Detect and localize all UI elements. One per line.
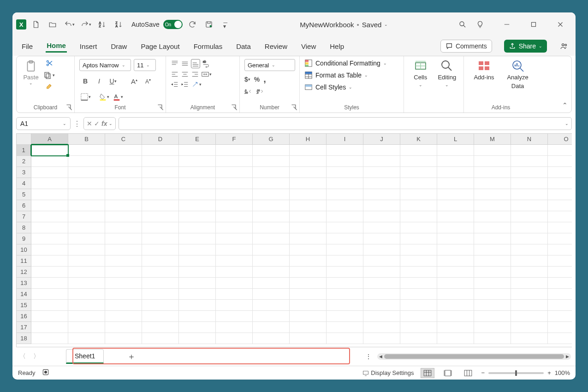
column-header[interactable]: C bbox=[105, 134, 142, 145]
cell[interactable] bbox=[68, 222, 105, 233]
row-header[interactable]: 11 bbox=[17, 255, 31, 267]
save-icon[interactable] bbox=[202, 18, 216, 31]
cell[interactable] bbox=[400, 311, 437, 322]
align-center-icon[interactable] bbox=[181, 70, 189, 78]
cell[interactable] bbox=[31, 189, 68, 200]
cell[interactable] bbox=[31, 178, 68, 189]
cell[interactable] bbox=[474, 145, 511, 156]
cell[interactable] bbox=[68, 322, 105, 333]
cell[interactable] bbox=[400, 145, 437, 156]
cell[interactable] bbox=[142, 222, 179, 233]
cell[interactable] bbox=[548, 333, 572, 344]
font-color-icon[interactable]: A▾ bbox=[112, 91, 124, 102]
cell[interactable] bbox=[31, 211, 68, 222]
align-middle-icon[interactable] bbox=[181, 59, 189, 68]
column-header[interactable]: O bbox=[548, 134, 572, 145]
cell[interactable] bbox=[253, 244, 290, 255]
cell[interactable] bbox=[474, 289, 511, 300]
normal-view-icon[interactable] bbox=[421, 368, 434, 378]
cell[interactable] bbox=[474, 178, 511, 189]
cell[interactable] bbox=[327, 156, 363, 167]
undo-icon[interactable]: ▾ bbox=[62, 18, 76, 31]
cell[interactable] bbox=[437, 211, 474, 222]
cell[interactable] bbox=[68, 178, 105, 189]
cell[interactable] bbox=[548, 222, 572, 233]
cell[interactable] bbox=[105, 189, 142, 200]
cell[interactable] bbox=[474, 255, 511, 267]
cell[interactable] bbox=[548, 311, 572, 322]
cell[interactable] bbox=[327, 222, 363, 233]
cell[interactable] bbox=[179, 200, 216, 211]
cell[interactable] bbox=[142, 333, 179, 344]
cell[interactable] bbox=[548, 255, 572, 267]
autosave-toggle[interactable]: AutoSave On bbox=[131, 20, 183, 29]
cell[interactable] bbox=[216, 222, 253, 233]
cell[interactable] bbox=[105, 244, 142, 255]
cell[interactable] bbox=[105, 156, 142, 167]
cell[interactable] bbox=[290, 178, 327, 189]
cell[interactable] bbox=[290, 278, 327, 289]
row-header[interactable]: 10 bbox=[17, 244, 31, 255]
cell[interactable] bbox=[474, 189, 511, 200]
cell[interactable] bbox=[253, 267, 290, 278]
row-header[interactable]: 3 bbox=[17, 167, 31, 178]
cell[interactable] bbox=[400, 156, 437, 167]
cell[interactable] bbox=[31, 311, 68, 322]
namebox-menu-icon[interactable]: ⋮ bbox=[73, 119, 81, 128]
cell[interactable] bbox=[179, 278, 216, 289]
cell[interactable] bbox=[548, 178, 572, 189]
cell[interactable] bbox=[290, 289, 327, 300]
row-header[interactable]: 16 bbox=[17, 311, 31, 322]
align-bottom-icon[interactable] bbox=[191, 59, 200, 68]
cell[interactable] bbox=[474, 300, 511, 311]
cell[interactable] bbox=[437, 322, 474, 333]
sheet-options-icon[interactable]: ⋮ bbox=[365, 353, 372, 360]
cell[interactable] bbox=[327, 200, 363, 211]
cell[interactable] bbox=[179, 167, 216, 178]
column-header[interactable]: H bbox=[290, 134, 327, 145]
cell[interactable] bbox=[105, 200, 142, 211]
cell[interactable] bbox=[474, 156, 511, 167]
cell[interactable] bbox=[68, 189, 105, 200]
cell[interactable] bbox=[31, 233, 68, 244]
sheet-nav-next-icon[interactable]: 〉 bbox=[31, 351, 42, 362]
cell[interactable] bbox=[179, 333, 216, 344]
sheet-tab[interactable]: Sheet1 bbox=[66, 349, 104, 364]
cell[interactable] bbox=[105, 211, 142, 222]
zoom-slider[interactable] bbox=[488, 372, 544, 374]
cell[interactable] bbox=[68, 156, 105, 167]
font-size-select[interactable]: 11⌄ bbox=[134, 59, 156, 71]
font-dialog-icon[interactable] bbox=[157, 104, 164, 111]
cell[interactable] bbox=[548, 300, 572, 311]
lightbulb-icon[interactable] bbox=[472, 18, 488, 31]
cell[interactable] bbox=[437, 278, 474, 289]
cell[interactable] bbox=[363, 233, 400, 244]
cell[interactable] bbox=[31, 300, 68, 311]
cell[interactable] bbox=[511, 200, 548, 211]
cell[interactable] bbox=[31, 244, 68, 255]
cell[interactable] bbox=[290, 311, 327, 322]
cell[interactable] bbox=[400, 322, 437, 333]
cell[interactable] bbox=[437, 255, 474, 267]
cell[interactable] bbox=[68, 311, 105, 322]
cell[interactable] bbox=[142, 200, 179, 211]
cell[interactable] bbox=[400, 267, 437, 278]
cell[interactable] bbox=[437, 333, 474, 344]
sort-desc-icon[interactable]: ZA bbox=[112, 18, 126, 31]
decrease-decimal-icon[interactable]: .00.0 bbox=[256, 87, 265, 95]
cell[interactable] bbox=[68, 200, 105, 211]
increase-font-icon[interactable]: A▴ bbox=[128, 76, 140, 87]
cell[interactable] bbox=[216, 267, 253, 278]
font-name-select[interactable]: Aptos Narrow⌄ bbox=[79, 59, 131, 71]
cell[interactable] bbox=[179, 178, 216, 189]
cell[interactable] bbox=[31, 145, 68, 156]
cell[interactable] bbox=[253, 145, 290, 156]
cell[interactable] bbox=[363, 311, 400, 322]
cell[interactable] bbox=[253, 178, 290, 189]
cell[interactable] bbox=[474, 167, 511, 178]
cell[interactable] bbox=[363, 178, 400, 189]
horizontal-scrollbar[interactable]: ◀▶ bbox=[377, 353, 571, 360]
cell[interactable] bbox=[327, 278, 363, 289]
add-sheet-button[interactable]: ＋ bbox=[125, 350, 138, 363]
cell[interactable] bbox=[400, 333, 437, 344]
